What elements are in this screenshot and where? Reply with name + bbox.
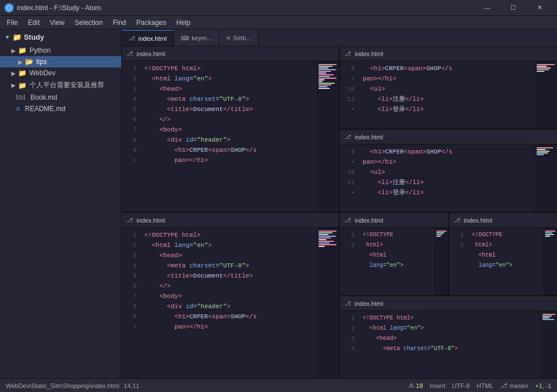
pane-br-tr-code-content[interactable]: <!DOCTYPE html> <html lang="en"> — [467, 228, 543, 295]
status-encoding: UTF-8 — [452, 382, 470, 389]
pane-tr-lower-minimap — [534, 144, 557, 212]
editor-area: ⎇ index.html ⌨ keym... ✕ Setti... ⎇ inde — [122, 29, 557, 378]
menu-file[interactable]: File — [2, 18, 22, 28]
pane-tr-upper-tabbar: ⎇ index.html — [340, 46, 557, 61]
pane-br-bottom-git-icon: ⎇ — [345, 300, 351, 306]
window-controls: — ☐ ✕ — [474, 0, 552, 16]
minimize-button[interactable]: — — [474, 0, 500, 16]
sidebar-item-readmemd[interactable]: ≡ README.md — [0, 103, 121, 114]
pane-bottom-left: ⎇ index.html 12345 6789• <!DOCTYPE html>… — [122, 213, 339, 378]
status-branch: ⎇ master — [500, 382, 529, 389]
pane-br-tr-tab-label: index.html — [464, 217, 492, 224]
python-folder-icon: 📁 — [18, 46, 27, 54]
pane-tr-upper-line-numbers: 9•1011• — [340, 61, 358, 129]
pane-br-tr-tabbar: ⎇ index.html — [449, 213, 558, 228]
pane-tl-line-numbers: 12345 6789• — [122, 61, 140, 212]
tab-label-settings: Setti... — [233, 35, 251, 41]
tips-label: tips — [36, 58, 47, 66]
branch-icon: ⎇ — [500, 382, 508, 389]
personal-folder-icon: 📁 — [18, 82, 27, 90]
pane-bl-tab-label: index.html — [137, 217, 165, 224]
pane-br-tl: ⎇ index.html 12 <!DOCTYPE html> — [340, 213, 448, 295]
pane-br-tr-code[interactable]: 12 <!DOCTYPE html> <html lang="en"> — [449, 228, 558, 295]
maximize-button[interactable]: ☐ — [500, 0, 526, 16]
menu-find[interactable]: Find — [108, 18, 130, 28]
pane-br-tl-code-content[interactable]: <!DOCTYPE html> <html lang="en"> — [358, 228, 434, 295]
close-button[interactable]: ✕ — [526, 0, 552, 16]
pane-br-bottom-line-numbers: 1234 — [340, 311, 358, 378]
tips-folder-icon: 📂 — [25, 58, 33, 66]
pane-top-right-upper: ⎇ index.html 9•1011• <h1>CRPER<span>SHOP… — [340, 46, 557, 129]
pane-tl-code[interactable]: 12345 6789• <!DOCTYPE html> <html lang="… — [122, 61, 339, 212]
menu-edit[interactable]: Edit — [23, 18, 44, 28]
sidebar-item-personal[interactable]: ▶ 📁 个人平台需要安装及推荐 — [0, 79, 121, 92]
window-title: index.html - F:\Study - Atom — [17, 4, 101, 12]
main-container: ▼ 📁 Study ▶ 📁 Python ▶ 📂 tips ▶ 📁 WebDev… — [0, 29, 557, 378]
tab-index-html-1[interactable]: ⎇ index.html — [122, 30, 174, 46]
pane-tr-upper-code-content[interactable]: <h1>CRPER<span>SHOP</s pan></h1> <ul> <l… — [358, 61, 534, 129]
pane-tl-tabbar: ⎇ index.html — [122, 46, 339, 61]
pane-br-bottom-code-content[interactable]: <!DOCTYPE html> <html lang="en"> <head> … — [358, 311, 540, 378]
status-diff: +1, -1 — [535, 382, 551, 389]
pane-br-tl-tab-label: index.html — [355, 217, 383, 224]
pane-bl-code-content[interactable]: <!DOCTYPE html> <html lang="en"> <head> … — [140, 228, 316, 378]
titlebar-left: ⬡ index.html - F:\Study - Atom — [5, 3, 101, 12]
menubar: File Edit View Selection Find Packages H… — [0, 16, 557, 29]
pane-tl-tab-label: index.html — [137, 50, 165, 57]
status-path: WebDev\Static_Site\Shopping\index.html — [6, 382, 119, 389]
sidebar-item-python[interactable]: ▶ 📁 Python — [0, 45, 121, 56]
pane-tr-upper-code[interactable]: 9•1011• <h1>CRPER<span>SHOP</s pan></h1>… — [340, 61, 557, 129]
pane-tr-upper-minimap — [534, 61, 557, 129]
sidebar: ▼ 📁 Study ▶ 📁 Python ▶ 📂 tips ▶ 📁 WebDev… — [0, 29, 122, 378]
sidebar-item-tips[interactable]: ▶ 📂 tips — [0, 56, 121, 67]
pane-tr-lower-code[interactable]: 9•1011• <h1>CRPER<span>SHOP</s pan></h1>… — [340, 144, 557, 212]
personal-label: 个人平台需要安装及推荐 — [29, 80, 104, 90]
webdev-label: WebDev — [29, 69, 56, 77]
pane-br-tr: ⎇ index.html 12 <!DOCTYPE html> — [449, 213, 558, 295]
root-folder-icon: 📁 — [12, 33, 22, 41]
pane-tr-lower-tab-label: index.html — [355, 134, 383, 140]
pane-tr-lower-tabbar: ⎇ index.html — [340, 130, 557, 144]
readmemd-icon: ≡ — [16, 105, 20, 113]
webdev-folder-icon: 📁 — [18, 69, 27, 77]
sidebar-item-webdev[interactable]: ▶ 📁 WebDev — [0, 67, 121, 79]
pane-tr-lower-code-content[interactable]: <h1>CRPER<span>SHOP</s pan></h1> <ul> <l… — [358, 144, 534, 212]
warning-icon: ⚠ — [409, 382, 414, 389]
pane-br-tr-line-numbers: 12 — [449, 228, 467, 295]
pane-bl-line-numbers: 12345 6789• — [122, 228, 140, 378]
sidebar-root-label: Study — [24, 33, 44, 41]
menu-help[interactable]: Help — [172, 18, 195, 28]
status-mode: Insert — [430, 382, 445, 389]
pane-bl-minimap — [316, 228, 339, 378]
pane-bl-code[interactable]: 12345 6789• <!DOCTYPE html> <html lang="… — [122, 228, 339, 378]
warning-count: 18 — [416, 382, 423, 389]
tab-settings[interactable]: ✕ Setti... — [219, 30, 258, 46]
tab-git-icon-1: ⎇ — [129, 35, 135, 41]
tab-label-keym: keym... — [192, 35, 211, 41]
python-label: Python — [29, 46, 50, 54]
sidebar-root[interactable]: ▼ 📁 Study — [0, 29, 121, 45]
pane-br-tr-minimap — [543, 228, 557, 295]
tab-label-1: index.html — [138, 35, 167, 42]
tab-keym[interactable]: ⌨ keym... — [174, 30, 219, 46]
menu-view[interactable]: View — [45, 18, 69, 28]
pane-tl-code-content[interactable]: <!DOCTYPE html> <html lang="en"> <head> … — [140, 61, 316, 212]
pane-br-bottom: ⎇ index.html 1234 <!DOCTYPE html> <html … — [340, 296, 557, 378]
status-syntax: HTML — [477, 382, 494, 389]
status-warnings: ⚠ 18 — [409, 382, 423, 389]
menu-selection[interactable]: Selection — [70, 18, 107, 28]
pane-br-bottom-code[interactable]: 1234 <!DOCTYPE html> <html lang="en"> <h… — [340, 311, 557, 378]
sidebar-item-bookmd[interactable]: Md Book.md — [0, 92, 121, 103]
app-icon: ⬡ — [5, 3, 14, 12]
pane-br-tl-minimap — [434, 228, 448, 295]
pane-tr-upper-tab-label: index.html — [355, 50, 383, 57]
branch-name: master — [509, 382, 529, 389]
personal-arrow: ▶ — [11, 82, 16, 88]
pane-tl-git-icon: ⎇ — [126, 50, 133, 57]
pane-br-tl-code[interactable]: 12 <!DOCTYPE html> <html lang="en"> — [340, 228, 448, 295]
pane-tr-lower-line-numbers: 9•1011• — [340, 144, 358, 212]
pane-top-left: ⎇ index.html 12345 6789• <!DOCTYPE html>… — [122, 46, 339, 212]
menu-packages[interactable]: Packages — [132, 18, 171, 28]
collapse-arrow: ▼ — [5, 34, 10, 40]
pane-tr-upper-git-icon: ⎇ — [345, 50, 351, 57]
